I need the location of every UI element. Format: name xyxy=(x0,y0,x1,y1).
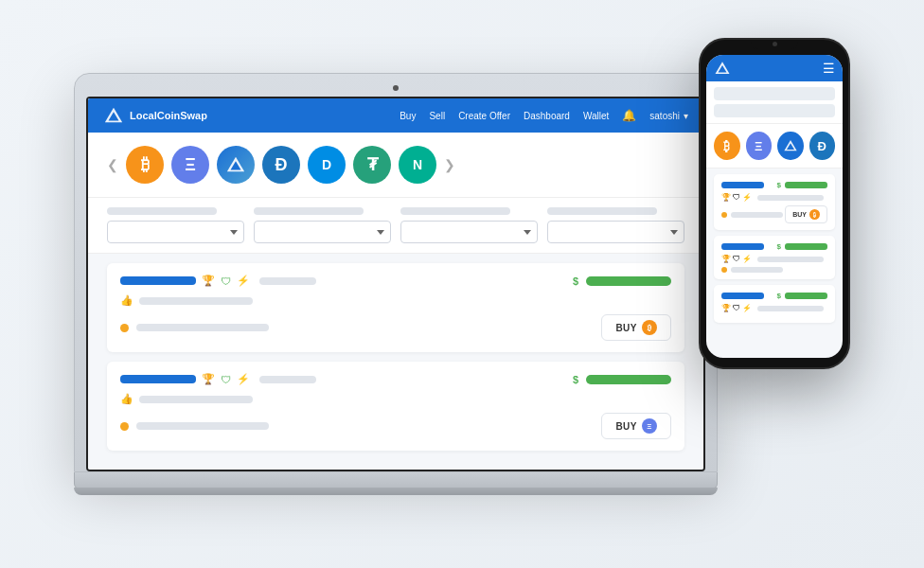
nav-bell-icon[interactable]: 🔔 xyxy=(622,109,636,122)
phone-camera-dot xyxy=(773,42,777,46)
bolt-icon-1: ⚡ xyxy=(237,275,250,287)
listing-card-1: 🏆 🛡 ⚡ $ 👍 xyxy=(107,263,684,352)
buy-label-1: BUY xyxy=(615,323,637,333)
phone-price-section-1: $ xyxy=(777,181,827,189)
shield-icon-2: 🛡 xyxy=(221,374,231,385)
nav-dashboard[interactable]: Dashboard xyxy=(524,111,570,121)
nav-wallet[interactable]: Wallet xyxy=(583,111,609,121)
nav-user-chevron: ▾ xyxy=(684,111,688,121)
listing-info-bar-1 xyxy=(139,297,253,305)
phone-filter-bar-1 xyxy=(714,87,835,100)
nav-create-offer[interactable]: Create Offer xyxy=(458,111,510,121)
filter-select-3[interactable] xyxy=(400,221,538,243)
coin-lcs[interactable] xyxy=(217,146,255,184)
listing-detail-bar-1 xyxy=(259,277,316,285)
filter-group-2 xyxy=(254,207,391,243)
payment-bar-1 xyxy=(136,324,269,331)
phone-filters xyxy=(706,81,843,124)
phone-notch xyxy=(751,42,798,49)
coin-usdt[interactable]: ₮ xyxy=(353,146,391,184)
listing-price-1: $ xyxy=(573,275,671,287)
coin-btc[interactable]: ₿ xyxy=(126,146,164,184)
phone-listing-top-3: $ xyxy=(721,292,827,300)
listings-section: 🏆 🛡 ⚡ $ 👍 xyxy=(88,254,703,470)
phone-buy-button-1[interactable]: BUY ₿ xyxy=(785,205,827,223)
phone-screen: ☰ ₿ Ξ Đ xyxy=(706,55,843,358)
phone-coin-btc[interactable]: ₿ xyxy=(714,132,740,160)
filter-label-1 xyxy=(107,207,217,215)
phone-bottom-row-2 xyxy=(721,267,827,273)
phone-badges-3: 🏆 🛡 ⚡ xyxy=(721,304,827,312)
phone-buy-coin-1: ₿ xyxy=(809,209,820,220)
phone-listing-1: $ 🏆 🛡 ⚡ xyxy=(714,174,835,230)
filter-select-1[interactable] xyxy=(107,221,244,243)
phone-price-section-3: $ xyxy=(777,292,827,300)
coin-dash2[interactable]: D xyxy=(308,146,346,184)
phone-frame: ☰ ₿ Ξ Đ xyxy=(699,38,850,369)
phone-bottom-row-1: BUY ₿ xyxy=(721,205,827,223)
listing-top-1: 🏆 🛡 ⚡ $ xyxy=(120,275,671,287)
prev-coin-arrow[interactable]: ❮ xyxy=(107,157,118,172)
price-dollar-1: $ xyxy=(573,275,578,287)
phone-price-section-2: $ xyxy=(777,242,827,251)
phone-coin-dash[interactable]: Đ xyxy=(809,132,836,160)
phone-shield-2: 🛡 xyxy=(733,255,740,263)
listing-card-2: 🏆 🛡 ⚡ $ 👍 xyxy=(107,362,684,451)
laptop-camera xyxy=(393,85,399,91)
listing-info-bar-2 xyxy=(139,396,253,403)
phone-status-dot-1 xyxy=(721,212,727,218)
coin-eth[interactable]: Ξ xyxy=(171,146,209,184)
phone-listing-2: $ 🏆 🛡 ⚡ xyxy=(714,236,835,279)
nav-logo: LocalCoinSwap xyxy=(103,105,207,126)
nav-sell[interactable]: Sell xyxy=(429,111,445,121)
thumbup-icon-1: 👍 xyxy=(120,294,133,307)
buy-label-2: BUY xyxy=(615,421,637,432)
trophy-icon-1: 🏆 xyxy=(202,275,215,287)
user-name-bar-1 xyxy=(120,276,196,285)
phone-info-bar-1 xyxy=(757,195,824,201)
phone-user-bar-2 xyxy=(721,243,764,250)
payment-bar-2 xyxy=(136,422,269,430)
price-dollar-2: $ xyxy=(573,374,578,385)
filter-select-2[interactable] xyxy=(254,221,391,243)
phone-shield-1: 🛡 xyxy=(733,193,740,202)
phone-listing-3: $ 🏆 🛡 ⚡ xyxy=(714,285,835,323)
phone-badges-1: 🏆 🛡 ⚡ xyxy=(721,193,827,202)
phone-price-dollar-3: $ xyxy=(777,292,781,300)
listing-user-2: 🏆 🛡 ⚡ xyxy=(120,373,250,385)
phone-bolt-3: ⚡ xyxy=(742,304,752,312)
lcs-mini-logo xyxy=(225,154,246,175)
listing-bottom-1: BUY ₿ xyxy=(120,314,671,341)
phone-hamburger-icon[interactable]: ☰ xyxy=(823,61,835,76)
buy-button-2[interactable]: BUY Ξ xyxy=(601,413,671,439)
nav-user[interactable]: satoshi ▾ xyxy=(649,111,688,121)
lcs-logo-icon xyxy=(103,105,124,126)
laptop-screen: LocalCoinSwap Buy Sell Create Offer Dash… xyxy=(86,97,705,471)
price-bar-2 xyxy=(586,375,671,384)
phone-lcs-logo xyxy=(783,138,798,153)
phone-info-bar-2 xyxy=(757,257,824,262)
phone-price-bar-2 xyxy=(785,243,827,250)
buy-coin-eth: Ξ xyxy=(642,418,657,434)
phone-coin-lcs[interactable] xyxy=(777,132,804,160)
phone-buy-label-1: BUY xyxy=(792,211,807,218)
scene: LocalCoinSwap Buy Sell Create Offer Dash… xyxy=(0,0,924,568)
bolt-icon-2: ⚡ xyxy=(237,373,250,385)
coin-dash-c[interactable]: Đ xyxy=(262,146,300,184)
filters-section xyxy=(88,198,703,254)
trophy-icon-2: 🏆 xyxy=(202,373,215,385)
nav-links: Buy Sell Create Offer Dashboard Wallet 🔔… xyxy=(400,109,688,122)
phone-coin-eth[interactable]: Ξ xyxy=(746,132,773,160)
filter-group-3 xyxy=(400,207,538,243)
buy-button-1[interactable]: BUY ₿ xyxy=(601,314,671,341)
coin-neo[interactable]: N xyxy=(399,146,436,184)
filter-select-4[interactable] xyxy=(547,221,684,243)
thumbup-icon-2: 👍 xyxy=(120,393,133,405)
phone-price-dollar-2: $ xyxy=(777,242,781,251)
next-coin-arrow[interactable]: ❯ xyxy=(444,157,455,172)
phone-bolt-2: ⚡ xyxy=(742,255,752,263)
listing-user-1: 🏆 🛡 ⚡ xyxy=(120,275,250,287)
nav-buy[interactable]: Buy xyxy=(400,111,416,121)
status-dot-2 xyxy=(120,422,129,431)
phone-listing-top-2: $ xyxy=(721,242,827,251)
